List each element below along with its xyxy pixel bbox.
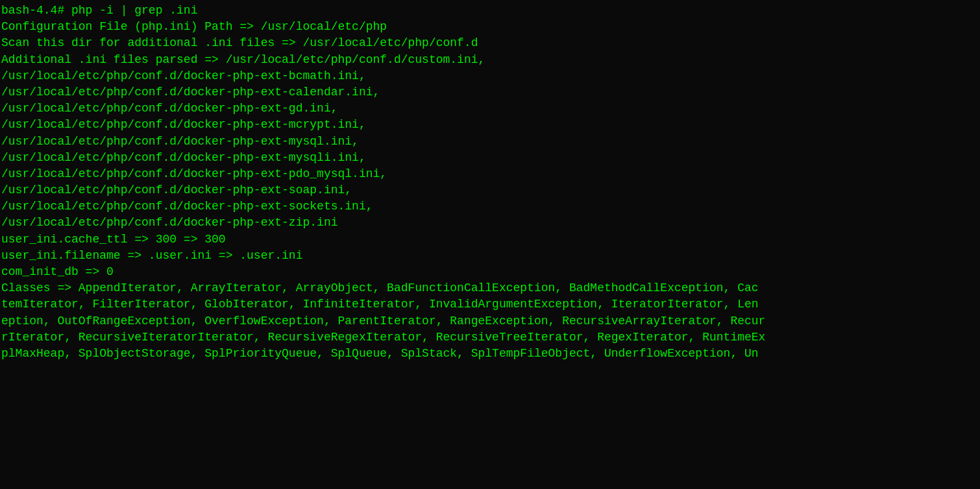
terminal-line: com_init_db => 0: [1, 264, 979, 280]
terminal-line: /usr/local/etc/php/conf.d/docker-php-ext…: [1, 68, 979, 84]
terminal-line: /usr/local/etc/php/conf.d/docker-php-ext…: [1, 117, 979, 133]
terminal-line: /usr/local/etc/php/conf.d/docker-php-ext…: [1, 84, 979, 101]
terminal-line: /usr/local/etc/php/conf.d/docker-php-ext…: [1, 166, 979, 182]
terminal-line: plMaxHeap, SplObjectStorage, SplPriority…: [1, 346, 979, 362]
terminal-line: /usr/local/etc/php/conf.d/docker-php-ext…: [1, 182, 979, 198]
terminal-line: /usr/local/etc/php/conf.d/docker-php-ext…: [1, 150, 979, 166]
terminal-line: Configuration File (php.ini) Path => /us…: [1, 19, 979, 35]
terminal-line: /usr/local/etc/php/conf.d/docker-php-ext…: [1, 101, 979, 117]
terminal-line: bash-4.4# php -i | grep .ini: [1, 3, 979, 19]
terminal-line: Scan this dir for additional .ini files …: [1, 35, 979, 51]
terminal-line: /usr/local/etc/php/conf.d/docker-php-ext…: [1, 215, 979, 231]
terminal-line: Additional .ini files parsed => /usr/loc…: [1, 52, 979, 68]
terminal-window[interactable]: bash-4.4# php -i | grep .ini Configurati…: [0, 0, 980, 489]
terminal-line: rIterator, RecursiveIteratorIterator, Re…: [1, 329, 979, 346]
terminal-line: eption, OutOfRangeException, OverflowExc…: [1, 313, 979, 329]
terminal-line: /usr/local/etc/php/conf.d/docker-php-ext…: [1, 134, 979, 150]
terminal-line: user_ini.cache_ttl => 300 => 300: [1, 232, 979, 248]
terminal-line: user_ini.filename => .user.ini => .user.…: [1, 248, 979, 264]
terminal-line: Classes => AppendIterator, ArrayIterator…: [1, 280, 979, 296]
terminal-line: /usr/local/etc/php/conf.d/docker-php-ext…: [1, 198, 979, 215]
terminal-line: temIterator, FilterIterator, GlobIterato…: [1, 296, 979, 313]
